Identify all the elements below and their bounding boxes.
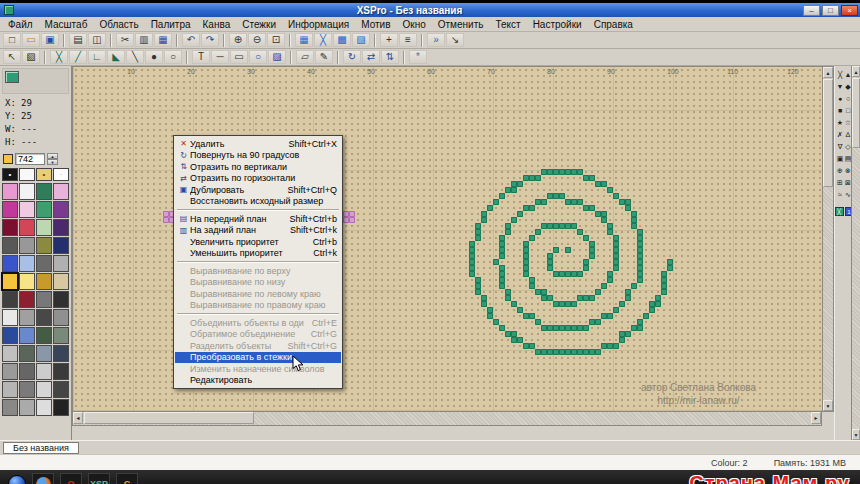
canvas-vertical-scrollbar[interactable]: ▲ ▼ [822, 66, 834, 412]
undo-button[interactable]: ↶ [182, 33, 200, 47]
thread-number-field[interactable]: 742 [15, 153, 45, 165]
quarter-stitch-button[interactable]: ∟ [88, 50, 106, 64]
palette-swatch[interactable] [19, 219, 35, 236]
stitch-symbol[interactable]: ⊞ [837, 177, 843, 189]
swatch-empty[interactable]: · [53, 168, 69, 181]
palette-swatch[interactable] [19, 363, 35, 380]
palette-swatch[interactable] [36, 273, 52, 290]
save-button[interactable]: ▣ [41, 33, 59, 47]
context-item-5[interactable]: ▣ДублироватьShift+Ctrl+Q [175, 184, 341, 196]
swatch-accent[interactable]: • [36, 168, 52, 181]
symbols-scroll-down-icon[interactable]: ▼ [852, 429, 860, 440]
xspro-taskbar-icon[interactable]: XSP [88, 473, 110, 484]
print-button[interactable]: ▤ [69, 33, 87, 47]
palette-swatch[interactable] [36, 363, 52, 380]
line-tool-button[interactable]: ─ [211, 50, 229, 64]
context-item-2[interactable]: ↻Повернуть на 90 градусов [175, 150, 341, 162]
palette-swatch[interactable] [36, 327, 52, 344]
symbols-scroll-thumb[interactable] [852, 78, 860, 148]
palette-swatch[interactable] [2, 291, 18, 308]
explorer-taskbar-icon[interactable]: C [116, 473, 138, 484]
motif-tool-button[interactable]: * [409, 50, 427, 64]
palette-swatch[interactable] [19, 255, 35, 272]
palette-swatch[interactable] [53, 399, 69, 416]
palette-swatch[interactable] [53, 219, 69, 236]
grid-view-button[interactable]: ▦ [295, 33, 313, 47]
context-item-11[interactable]: Уменьшить приоритетCtrl+k [175, 248, 341, 260]
motif-preview-thumbnail[interactable] [5, 71, 19, 83]
vertical-scroll-thumb[interactable] [823, 79, 833, 187]
mirror-horizontal-button[interactable]: ⇄ [362, 50, 380, 64]
zoom-fit-button[interactable]: ⊡ [267, 33, 285, 47]
context-item-23[interactable]: Редактировать [175, 375, 341, 387]
palette-swatch[interactable] [19, 273, 35, 290]
palette-swatch[interactable] [36, 183, 52, 200]
menu-item-4[interactable]: Палитра [145, 18, 197, 31]
menu-item-12[interactable]: Настройки [527, 18, 588, 31]
document-tab[interactable]: Без названия [3, 442, 79, 454]
start-orb[interactable] [8, 475, 26, 484]
palette-swatch[interactable] [53, 273, 69, 290]
stepper-down-icon[interactable]: ▼ [47, 159, 58, 165]
palette-swatch[interactable] [53, 363, 69, 380]
palette-swatch[interactable] [53, 237, 69, 254]
center-pattern-button[interactable]: + [380, 33, 398, 47]
palette-swatch[interactable] [2, 237, 18, 254]
stitch-symbol[interactable]: ▣ [837, 153, 844, 165]
rotate-tool-button[interactable]: ↻ [343, 50, 361, 64]
palette-swatch[interactable] [19, 399, 35, 416]
cut-button[interactable]: ✂ [116, 33, 134, 47]
open-folder-button[interactable]: ▭ [22, 33, 40, 47]
scroll-left-icon[interactable]: ◄ [73, 412, 83, 424]
stitch-symbol[interactable]: ╳ [838, 69, 842, 81]
show-rulers-button[interactable]: ≡ [399, 33, 417, 47]
three-quarter-stitch-button[interactable]: ◣ [107, 50, 125, 64]
stitch-symbol[interactable]: ∇ [838, 141, 843, 153]
symbol-view-button[interactable]: ╳ [314, 33, 332, 47]
minimize-button[interactable]: – [803, 5, 820, 16]
fill-tool-button[interactable]: ▨ [268, 50, 286, 64]
stitch-symbol[interactable]: ● [838, 93, 842, 105]
scroll-right-icon[interactable]: ► [811, 412, 821, 424]
menu-item-2[interactable]: Масштаб [39, 18, 94, 31]
palette-swatch[interactable] [2, 399, 18, 416]
stitch-symbol[interactable]: ⊕ [837, 165, 843, 177]
palette-swatch[interactable] [36, 201, 52, 218]
used-color-chip[interactable]: ╳ [835, 207, 844, 216]
palette-swatch[interactable] [19, 327, 35, 344]
stitch-symbol[interactable]: □ [846, 105, 850, 117]
palette-swatch[interactable] [36, 381, 52, 398]
rect-tool-button[interactable]: ▭ [230, 50, 248, 64]
scroll-down-icon[interactable]: ▼ [823, 400, 833, 411]
stitch-symbol[interactable]: ≈ [838, 189, 842, 201]
new-file-button[interactable]: □ [3, 33, 21, 47]
palette-swatch[interactable] [19, 183, 35, 200]
stitch-symbol[interactable]: ○ [846, 93, 850, 105]
text-tool-button[interactable]: T [192, 50, 210, 64]
palette-swatch[interactable] [19, 237, 35, 254]
color-picker-button[interactable]: ✎ [315, 50, 333, 64]
menu-item-13[interactable]: Справка [588, 18, 639, 31]
menu-item-9[interactable]: Окно [396, 18, 431, 31]
menu-item-11[interactable]: Текст [489, 18, 526, 31]
palette-swatch[interactable] [2, 345, 18, 362]
menu-item-1[interactable]: Файл [2, 18, 39, 31]
symbols-scroll-up-icon[interactable]: ▲ [852, 66, 860, 77]
select-region-button[interactable]: ▧ [22, 50, 40, 64]
stitch-symbol[interactable]: ▼ [837, 81, 844, 93]
symbols-scrollbar[interactable]: ▲ ▼ [851, 66, 860, 440]
horizontal-scroll-thumb[interactable] [84, 412, 254, 424]
palette-swatch[interactable] [19, 309, 35, 326]
palette-swatch[interactable] [2, 327, 18, 344]
full-stitch-button[interactable]: ╳ [50, 50, 68, 64]
context-item-10[interactable]: Увеличить приоритетCtrl+b [175, 236, 341, 248]
context-item-9[interactable]: ▥На задний планShift+Ctrl+k [175, 225, 341, 237]
stitch-symbol[interactable]: ∆ [846, 129, 850, 141]
select-pointer-button[interactable]: ↖ [3, 50, 21, 64]
mixed-view-button[interactable]: ▨ [352, 33, 370, 47]
half-stitch-button[interactable]: ╱ [69, 50, 87, 64]
french-knot-button[interactable]: ● [145, 50, 163, 64]
maximize-button[interactable]: □ [822, 5, 839, 16]
menu-item-5[interactable]: Канва [197, 18, 237, 31]
context-item-8[interactable]: ▤На передний планShift+Ctrl+b [175, 213, 341, 225]
